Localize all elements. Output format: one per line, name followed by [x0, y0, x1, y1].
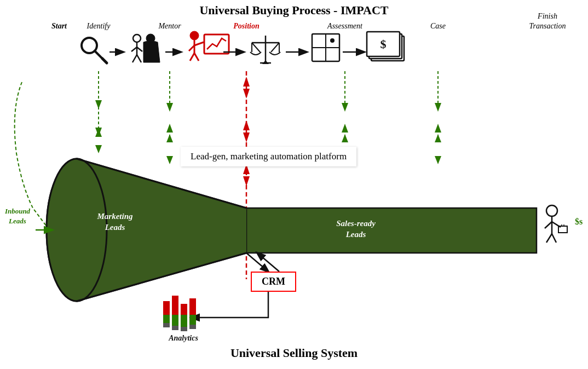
svg-marker-88 — [166, 134, 173, 142]
finish-label: Finish — [537, 12, 557, 20]
step-assessment: Assessment — [327, 22, 363, 30]
svg-marker-92 — [435, 134, 441, 142]
transaction-icon: $ — [367, 32, 404, 61]
marketing-leads-label2: Leads — [105, 223, 125, 232]
svg-marker-86 — [95, 129, 102, 137]
inbound-leads-label: Inbound — [4, 207, 31, 215]
svg-rect-58 — [246, 208, 537, 253]
svg-line-72 — [546, 234, 552, 243]
svg-rect-75 — [163, 315, 170, 323]
marketing-leads-label: Marketing — [96, 212, 133, 221]
svg-point-60 — [47, 159, 107, 301]
svg-text:$: $ — [381, 37, 387, 51]
svg-rect-84 — [189, 315, 196, 325]
svg-point-10 — [146, 34, 155, 43]
step-identify: Identify — [87, 22, 111, 30]
svg-rect-77 — [172, 296, 178, 315]
svg-line-16 — [190, 53, 194, 61]
svg-point-32 — [330, 38, 335, 43]
dollar-signs: $s — [575, 217, 583, 226]
identify-icon — [82, 38, 107, 63]
svg-line-64 — [257, 253, 279, 272]
svg-rect-83 — [189, 298, 196, 315]
uss-box: Universal Selling System — [214, 343, 374, 364]
step-case: Case — [430, 22, 446, 30]
svg-line-8 — [132, 55, 137, 62]
svg-rect-18 — [204, 34, 229, 54]
svg-point-12 — [190, 31, 199, 40]
svg-line-17 — [194, 53, 199, 61]
svg-marker-44 — [243, 89, 250, 99]
start-label: Start — [51, 22, 67, 30]
main-title: Universal Buying Process - IMPACT — [199, 3, 388, 17]
svg-line-67 — [545, 222, 552, 228]
crm-text: CRM — [262, 276, 285, 287]
svg-rect-82 — [181, 327, 187, 331]
svg-rect-80 — [181, 304, 187, 315]
sales-ready-label: Sales-ready — [336, 219, 376, 228]
svg-marker-87 — [95, 145, 102, 153]
crm-box: CRM — [251, 272, 296, 292]
svg-line-2 — [102, 59, 107, 63]
finish-transaction-label: Transaction — [529, 22, 566, 30]
position-icon — [189, 31, 229, 61]
svg-line-73 — [552, 234, 556, 243]
svg-marker-89 — [166, 156, 173, 164]
svg-marker-43 — [243, 77, 250, 87]
svg-marker-90 — [342, 134, 348, 142]
svg-line-7 — [137, 47, 142, 51]
svg-line-24 — [271, 43, 279, 52]
svg-rect-74 — [163, 301, 170, 315]
svg-line-9 — [137, 55, 141, 62]
assessment-icon — [250, 36, 280, 64]
step-mentor: Mentor — [158, 22, 181, 30]
analytics-label: Analytics — [168, 334, 198, 342]
svg-marker-27 — [262, 60, 269, 64]
svg-rect-81 — [181, 315, 187, 327]
svg-point-65 — [546, 205, 557, 216]
inbound-leads-label2: Leads — [8, 217, 26, 225]
svg-marker-93 — [435, 156, 441, 164]
sales-ready-label2: Leads — [345, 230, 366, 239]
step-position: Position — [233, 22, 260, 30]
svg-line-63 — [246, 253, 268, 272]
analytics-bars — [163, 296, 196, 331]
svg-point-4 — [133, 34, 141, 42]
svg-line-1 — [95, 51, 102, 59]
leadgen-box: Lead-gen, marketing automation platform — [181, 147, 356, 166]
svg-rect-78 — [172, 315, 178, 326]
svg-rect-76 — [163, 323, 170, 327]
svg-rect-85 — [189, 325, 196, 329]
leadgen-text: Lead-gen, marketing automation platform — [191, 151, 347, 162]
svg-line-6 — [131, 47, 137, 51]
uss-text: Universal Selling System — [230, 346, 358, 360]
svg-line-23 — [252, 43, 260, 52]
case-icon — [312, 34, 339, 61]
svg-marker-46 — [243, 132, 250, 142]
salesperson-icon — [545, 205, 567, 243]
svg-line-15 — [194, 42, 204, 45]
mentor-icon — [131, 34, 160, 62]
svg-rect-79 — [172, 326, 178, 330]
svg-marker-48 — [243, 176, 250, 186]
svg-marker-45 — [243, 120, 250, 130]
